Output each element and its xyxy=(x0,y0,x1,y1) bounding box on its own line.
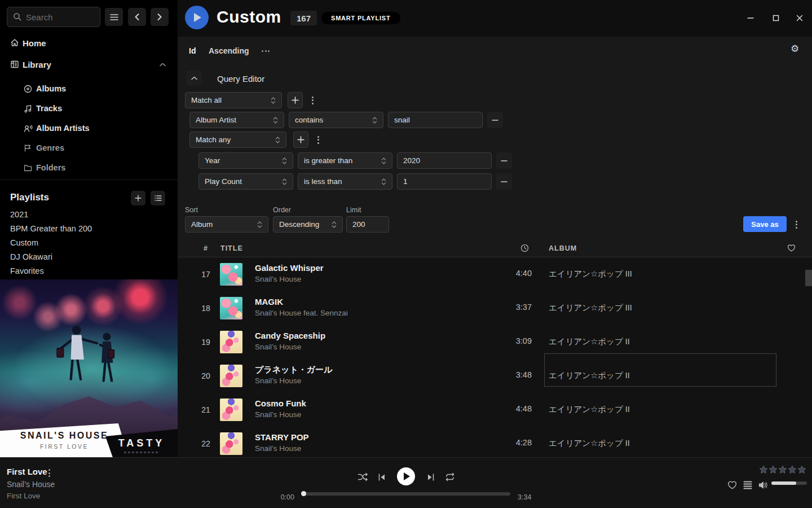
order-select[interactable]: Descending xyxy=(273,216,343,233)
now-playing-artist[interactable]: Snail’s House xyxy=(7,480,55,489)
previous-track-button[interactable] xyxy=(376,471,388,483)
window-minimize-button[interactable] xyxy=(745,12,756,24)
nav-back-button[interactable] xyxy=(128,8,146,26)
sidebar-item-home[interactable]: Home xyxy=(0,36,169,50)
track-title[interactable]: MAGIK xyxy=(255,297,283,306)
window-close-button[interactable] xyxy=(794,12,805,24)
track-album[interactable]: エイリアン☆ポップ II xyxy=(549,370,630,381)
table-row[interactable]: 21 Cosmo Funk Snail’s House 4:48 エイリアン☆ポ… xyxy=(178,393,812,427)
add-rule-button[interactable] xyxy=(293,132,308,148)
shuffle-button[interactable] xyxy=(356,471,369,483)
now-playing-artwork[interactable]: SNAIL'S HOUSE FIRST LOVE TASTY xyxy=(0,279,178,457)
table-row[interactable]: 17 Galactic Whisper Snail’s House 4:40 エ… xyxy=(178,257,812,291)
track-title[interactable]: Galactic Whisper xyxy=(255,263,324,273)
track-album[interactable]: エイリアン☆ポップ II xyxy=(549,336,630,347)
create-playlist-button[interactable] xyxy=(131,191,145,205)
column-header-album[interactable]: ALBUM xyxy=(549,244,577,252)
sort-direction-button[interactable]: Ascending xyxy=(209,46,249,55)
playlist-item[interactable]: BPM Greater than 200 xyxy=(10,224,92,235)
track-album[interactable]: エイリアン☆ポップ III xyxy=(549,269,632,279)
sort-select[interactable]: Album xyxy=(185,216,268,233)
repeat-button[interactable] xyxy=(444,471,456,483)
queue-button[interactable] xyxy=(742,480,753,490)
duration-column-icon[interactable] xyxy=(517,244,532,252)
rating-star[interactable] xyxy=(769,465,778,474)
track-title[interactable]: STARRY POP xyxy=(255,432,309,442)
table-row[interactable]: 19 Candy Spaceship Snail’s House 3:09 エイ… xyxy=(178,325,812,359)
group-options-button[interactable] xyxy=(307,92,317,108)
rule-field-select[interactable]: Year xyxy=(198,152,293,169)
match-type-select[interactable]: Match all xyxy=(185,92,282,108)
group-options-button[interactable] xyxy=(313,132,323,148)
volume-slider[interactable] xyxy=(771,481,807,485)
settings-button[interactable]: ⚙ xyxy=(791,44,799,54)
playlist-item[interactable]: DJ Okawari xyxy=(10,252,52,264)
play-pause-button[interactable] xyxy=(397,467,415,485)
sidebar-item-tracks[interactable]: Tracks xyxy=(0,101,169,116)
track-album[interactable]: エイリアン☆ポップ II xyxy=(549,404,630,415)
more-options-button[interactable] xyxy=(259,46,272,55)
rule-field-select[interactable]: Album Artist xyxy=(189,112,284,128)
window-maximize-button[interactable] xyxy=(770,12,782,24)
track-artist[interactable]: Snail’s House xyxy=(255,376,301,385)
column-header-index[interactable]: # xyxy=(197,244,214,252)
rule-field-select[interactable]: Play Count xyxy=(198,173,293,190)
track-artist[interactable]: Snail’s House xyxy=(255,275,301,283)
track-artist[interactable]: Snail’s House xyxy=(255,343,301,351)
seek-slider[interactable] xyxy=(302,492,510,496)
remove-rule-button[interactable] xyxy=(496,152,512,169)
limit-input[interactable] xyxy=(346,216,389,233)
favorite-column-icon[interactable] xyxy=(787,244,796,252)
sidebar-item-album-artists[interactable]: Album Artists xyxy=(0,121,169,135)
playlist-item[interactable]: Favorites xyxy=(10,266,44,278)
nav-forward-button[interactable] xyxy=(151,8,169,26)
rating-star[interactable] xyxy=(778,465,787,474)
sidebar-item-folders[interactable]: Folders xyxy=(0,160,169,175)
now-playing-title[interactable]: First Love xyxy=(7,467,47,476)
rule-operator-select[interactable]: contains xyxy=(289,112,383,128)
rule-value-input[interactable] xyxy=(388,112,483,128)
sidebar-item-albums[interactable]: Albums xyxy=(0,81,169,96)
track-title[interactable]: Candy Spaceship xyxy=(255,331,325,340)
playlist-item[interactable]: Custom xyxy=(10,238,38,249)
table-row[interactable]: 18 MAGIK Snail’s House feat. Sennzai 3:3… xyxy=(178,291,812,325)
play-playlist-button[interactable] xyxy=(185,6,209,29)
match-type-select[interactable]: Match any xyxy=(189,132,286,148)
volume-button[interactable] xyxy=(757,480,769,490)
track-title[interactable]: プラネット・ガール xyxy=(255,365,332,375)
table-row[interactable]: 22 STARRY POP Snail’s House 4:28 エイリアン☆ポ… xyxy=(178,427,812,461)
column-header-title[interactable]: TITLE xyxy=(220,244,243,252)
rating-star[interactable] xyxy=(788,465,797,474)
scrollbar-thumb[interactable] xyxy=(805,270,812,286)
track-artist[interactable]: Snail’s House xyxy=(255,410,301,419)
rating-star[interactable] xyxy=(759,465,768,474)
playlist-list-button[interactable] xyxy=(151,191,165,205)
save-options-button[interactable] xyxy=(791,216,801,233)
track-title[interactable]: Cosmo Funk xyxy=(255,398,306,408)
now-playing-options-button[interactable] xyxy=(45,469,53,477)
add-rule-button[interactable] xyxy=(288,92,303,108)
rule-value-input[interactable] xyxy=(397,152,492,169)
next-track-button[interactable] xyxy=(425,471,437,483)
remove-rule-button[interactable] xyxy=(496,173,512,190)
rule-operator-select[interactable]: is less than xyxy=(298,173,392,190)
rule-value-input[interactable] xyxy=(397,173,492,190)
rating-star[interactable] xyxy=(797,465,806,474)
playlist-item[interactable]: 2021 xyxy=(10,210,28,221)
track-album[interactable]: エイリアン☆ポップ II xyxy=(549,438,630,449)
favorite-button[interactable] xyxy=(726,480,738,490)
track-artist[interactable]: Snail’s House xyxy=(255,444,301,453)
track-artist[interactable]: Snail’s House feat. Sennzai xyxy=(255,309,348,317)
save-as-button[interactable]: Save as xyxy=(743,216,787,232)
rule-operator-select[interactable]: is greater than xyxy=(298,152,392,169)
now-playing-album[interactable]: First Love xyxy=(7,492,40,500)
menu-button[interactable] xyxy=(105,8,123,26)
chevron-up-icon[interactable] xyxy=(160,63,166,67)
sidebar-item-library[interactable]: Library xyxy=(0,57,169,72)
track-album[interactable]: エイリアン☆ポップ III xyxy=(549,303,632,313)
query-editor-collapse-button[interactable] xyxy=(186,71,202,86)
table-row[interactable]: 20 プラネット・ガール Snail’s House 3:48 エイリアン☆ポッ… xyxy=(178,359,812,393)
sort-field-button[interactable]: Id xyxy=(189,46,196,55)
sidebar-item-genres[interactable]: Genres xyxy=(0,141,169,155)
remove-rule-button[interactable] xyxy=(487,112,503,128)
